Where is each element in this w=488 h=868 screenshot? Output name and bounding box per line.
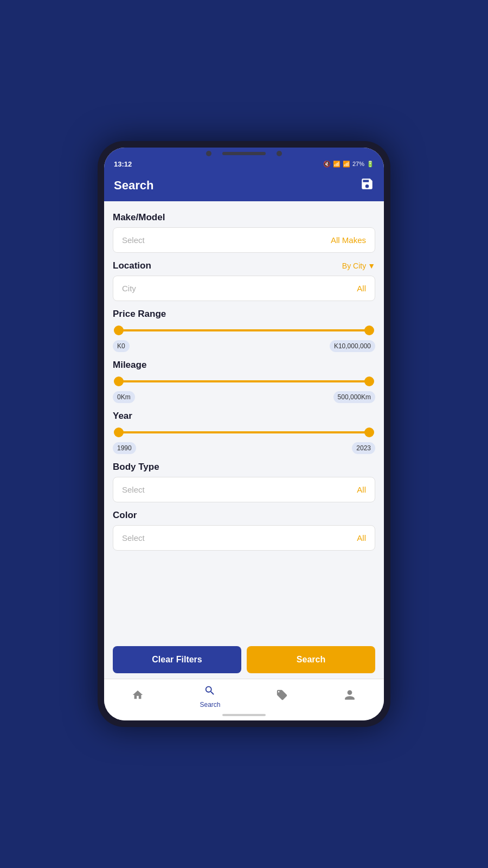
- nav-profile[interactable]: [344, 689, 356, 704]
- body-type-placeholder: Select: [122, 485, 145, 494]
- notch: [104, 148, 384, 156]
- battery-text: 27%: [352, 161, 364, 167]
- price-range-labels: K0 K10,000,000: [113, 340, 375, 352]
- color-select[interactable]: Select All: [113, 525, 375, 551]
- color-badge: All: [357, 533, 366, 542]
- clear-filters-button[interactable]: Clear Filters: [113, 646, 241, 673]
- city-select[interactable]: City All: [113, 276, 375, 301]
- mileage-label: Mileage: [113, 360, 375, 371]
- year-max-label: 2023: [352, 442, 375, 454]
- year-slider[interactable]: [113, 426, 375, 439]
- price-track: [115, 329, 373, 331]
- home-icon: [132, 689, 144, 704]
- content-area: Make/Model Select All Makes Location By …: [104, 201, 384, 639]
- price-range-label: Price Range: [113, 309, 375, 320]
- mute-icon: 🔇: [323, 161, 331, 168]
- location-header: Location By City ▼: [113, 260, 375, 271]
- location-label: Location: [113, 260, 151, 271]
- status-time: 13:12: [114, 160, 132, 168]
- profile-icon: [344, 689, 356, 704]
- top-bar: Search: [104, 171, 384, 201]
- make-model-badge: All Makes: [331, 235, 366, 245]
- sensor: [277, 151, 282, 156]
- year-section: Year 1990 2023: [113, 411, 375, 454]
- price-thumb-left[interactable]: [114, 326, 124, 335]
- city-placeholder: City: [122, 284, 136, 293]
- nav-search-label: Search: [200, 701, 220, 709]
- nav-search[interactable]: Search: [200, 685, 220, 709]
- signal-icon: 📶: [343, 161, 350, 168]
- chevron-down-icon: ▼: [368, 261, 375, 270]
- color-label: Color: [113, 510, 375, 521]
- price-min-label: K0: [113, 340, 130, 352]
- body-type-badge: All: [357, 485, 366, 494]
- year-min-label: 1990: [113, 442, 136, 454]
- nav-home[interactable]: [132, 689, 144, 704]
- search-nav-icon: [204, 685, 216, 700]
- body-type-label: Body Type: [113, 462, 375, 473]
- tag-icon: [276, 689, 288, 704]
- page-title: Search: [114, 178, 153, 193]
- mileage-max-label: 500,000Km: [333, 391, 375, 403]
- year-label: Year: [113, 411, 375, 422]
- price-thumb-right[interactable]: [364, 326, 374, 335]
- location-by-city[interactable]: By City ▼: [342, 261, 375, 270]
- mileage-slider[interactable]: [113, 375, 375, 388]
- camera: [206, 151, 211, 156]
- phone-frame: 13:12 🔇 📶 📶 27% 🔋 Search Make/Model: [98, 141, 390, 727]
- price-max-label: K10,000,000: [330, 340, 375, 352]
- color-placeholder: Select: [122, 533, 145, 542]
- make-model-label: Make/Model: [113, 212, 375, 223]
- status-icons: 🔇 📶 📶 27% 🔋: [323, 161, 374, 168]
- home-indicator: [104, 712, 384, 720]
- phone-screen: 13:12 🔇 📶 📶 27% 🔋 Search Make/Model: [104, 148, 384, 720]
- make-model-placeholder: Select: [122, 235, 145, 245]
- mileage-section: Mileage 0Km 500,000Km: [113, 360, 375, 403]
- bottom-nav: Search: [104, 679, 384, 712]
- action-buttons: Clear Filters Search: [104, 639, 384, 679]
- price-range-slider[interactable]: [113, 324, 375, 337]
- mileage-thumb-left[interactable]: [114, 376, 124, 386]
- mileage-range-labels: 0Km 500,000Km: [113, 391, 375, 403]
- status-bar: 13:12 🔇 📶 📶 27% 🔋: [104, 156, 384, 171]
- nav-tags[interactable]: [276, 689, 288, 704]
- body-type-select[interactable]: Select All: [113, 477, 375, 502]
- speaker: [222, 152, 266, 155]
- year-thumb-left[interactable]: [114, 427, 124, 437]
- wifi-icon: 📶: [333, 161, 341, 168]
- mileage-min-label: 0Km: [113, 391, 135, 403]
- mileage-thumb-right[interactable]: [364, 376, 374, 386]
- year-range-labels: 1990 2023: [113, 442, 375, 454]
- battery-icon: 🔋: [367, 161, 374, 168]
- search-button[interactable]: Search: [247, 646, 375, 673]
- year-thumb-right[interactable]: [364, 427, 374, 437]
- make-model-select[interactable]: Select All Makes: [113, 227, 375, 253]
- save-icon[interactable]: [360, 177, 374, 194]
- mileage-track: [115, 380, 373, 382]
- price-range-section: Price Range K0 K10,000,000: [113, 309, 375, 352]
- home-bar: [222, 714, 266, 716]
- year-track: [115, 431, 373, 433]
- city-badge: All: [357, 284, 366, 293]
